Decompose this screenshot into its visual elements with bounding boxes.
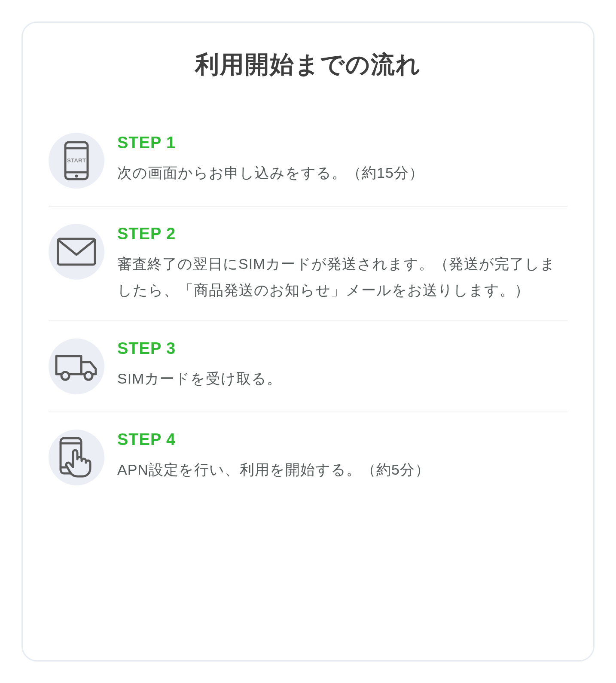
steps-list: START STEP 1 次の画面からお申し込みをする。（約15分） STEP … <box>49 116 567 503</box>
step-label: STEP 4 <box>117 430 567 449</box>
step-label: STEP 1 <box>117 134 567 152</box>
svg-point-3 <box>75 175 78 178</box>
step-label: STEP 2 <box>117 225 567 243</box>
step-description: APN設定を行い、利用を開始する。（約5分） <box>117 457 567 483</box>
truck-icon <box>49 338 104 394</box>
step-2: STEP 2 審査終了の翌日にSIMカードが発送されます。（発送が完了しましたら… <box>49 206 567 320</box>
svg-rect-5 <box>58 239 95 265</box>
envelope-icon <box>49 224 104 280</box>
svg-text:START: START <box>67 157 86 164</box>
phone-touch-icon <box>49 430 104 485</box>
step-1: START STEP 1 次の画面からお申し込みをする。（約15分） <box>49 116 567 206</box>
step-3: STEP 3 SIMカードを受け取る。 <box>49 320 567 412</box>
svg-rect-6 <box>56 356 81 374</box>
flow-card: 利用開始までの流れ START STEP 1 次の画面からお申し込みをする。（約… <box>21 21 595 662</box>
phone-start-icon: START <box>49 133 104 189</box>
svg-point-7 <box>61 372 69 380</box>
step-description: 次の画面からお申し込みをする。（約15分） <box>117 160 567 186</box>
step-body: STEP 3 SIMカードを受け取る。 <box>117 338 567 392</box>
step-label: STEP 3 <box>117 339 567 358</box>
step-description: 審査終了の翌日にSIMカードが発送されます。（発送が完了しましたら、「商品発送の… <box>117 251 567 303</box>
page-title: 利用開始までの流れ <box>49 49 567 81</box>
step-body: STEP 1 次の画面からお申し込みをする。（約15分） <box>117 133 567 186</box>
step-description: SIMカードを受け取る。 <box>117 366 567 392</box>
svg-point-8 <box>85 372 92 380</box>
step-body: STEP 4 APN設定を行い、利用を開始する。（約5分） <box>117 430 567 483</box>
step-body: STEP 2 審査終了の翌日にSIMカードが発送されます。（発送が完了しましたら… <box>117 224 567 303</box>
step-4: STEP 4 APN設定を行い、利用を開始する。（約5分） <box>49 412 567 503</box>
